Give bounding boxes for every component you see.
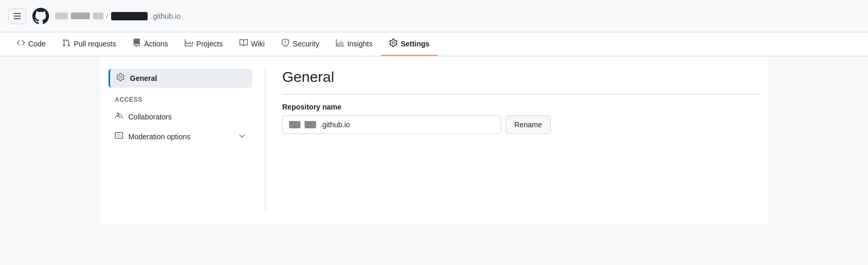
gear-icon <box>116 73 125 83</box>
security-icon <box>281 39 290 49</box>
access-section-label: Access <box>108 96 252 103</box>
repo-suffix: .github.io <box>151 12 180 20</box>
top-nav: / .github.io <box>0 0 868 32</box>
github-logo <box>32 8 49 25</box>
insights-icon <box>336 39 344 49</box>
projects-icon <box>185 39 193 49</box>
tab-insights[interactable]: Insights <box>328 32 381 56</box>
sidebar-general-label: General <box>130 74 157 82</box>
wiki-icon <box>239 39 248 49</box>
tab-wiki[interactable]: Wiki <box>231 32 273 56</box>
settings-icon <box>389 39 397 49</box>
sidebar-item-collaborators[interactable]: Collaborators <box>108 107 252 126</box>
repo-name-input[interactable]: .github.io <box>282 115 501 134</box>
moderation-icon <box>115 131 123 142</box>
tab-actions[interactable]: Actions <box>124 32 176 56</box>
repo-name-section: Repository name .github.io Rename <box>282 103 760 134</box>
repo-nav: Code Pull requests Actions Projects <box>0 32 868 56</box>
tab-code-label: Code <box>28 40 45 48</box>
tab-insights-label: Insights <box>347 40 372 48</box>
sidebar-item-general[interactable]: General <box>108 69 252 88</box>
tab-security-label: Security <box>293 40 319 48</box>
input-redacted-1 <box>289 121 300 128</box>
collaborators-label: Collaborators <box>128 113 172 121</box>
breadcrumb-separator: / <box>106 13 108 20</box>
pull-request-icon <box>62 39 70 49</box>
collaborators-icon <box>115 112 123 122</box>
tab-projects[interactable]: Projects <box>176 32 231 56</box>
rename-button[interactable]: Rename <box>505 115 551 134</box>
user-part-1 <box>55 13 68 19</box>
tab-code[interactable]: Code <box>8 32 54 56</box>
repo-name-label: Repository name <box>282 103 760 111</box>
repo-name-field: .github.io Rename <box>282 115 760 134</box>
repo-name-redacted <box>111 12 148 20</box>
tab-security[interactable]: Security <box>273 32 328 56</box>
input-repo-suffix: .github.io <box>320 121 350 129</box>
tab-projects-label: Projects <box>196 40 223 48</box>
sidebar-item-moderation[interactable]: Moderation options <box>108 127 252 146</box>
tab-pull-requests[interactable]: Pull requests <box>54 32 124 56</box>
main-content: General Access Collaborators Moderation … <box>100 56 768 223</box>
input-redacted-2 <box>305 121 316 128</box>
user-part-2 <box>71 13 90 19</box>
actions-icon <box>132 39 141 49</box>
tab-settings[interactable]: Settings <box>381 32 438 56</box>
settings-content: General Repository name .github.io Renam… <box>265 69 760 211</box>
tab-settings-label: Settings <box>401 40 429 48</box>
tab-actions-label: Actions <box>144 40 168 48</box>
user-part-3 <box>93 13 103 19</box>
chevron-down-icon <box>238 132 246 142</box>
moderation-label: Moderation options <box>128 132 190 141</box>
content-title: General <box>282 69 760 94</box>
breadcrumb: / .github.io <box>55 12 180 20</box>
tab-wiki-label: Wiki <box>251 40 264 48</box>
settings-sidebar: General Access Collaborators Moderation … <box>108 69 265 211</box>
tab-pull-requests-label: Pull requests <box>74 40 116 48</box>
code-icon <box>17 39 25 49</box>
hamburger-button[interactable] <box>8 8 26 24</box>
